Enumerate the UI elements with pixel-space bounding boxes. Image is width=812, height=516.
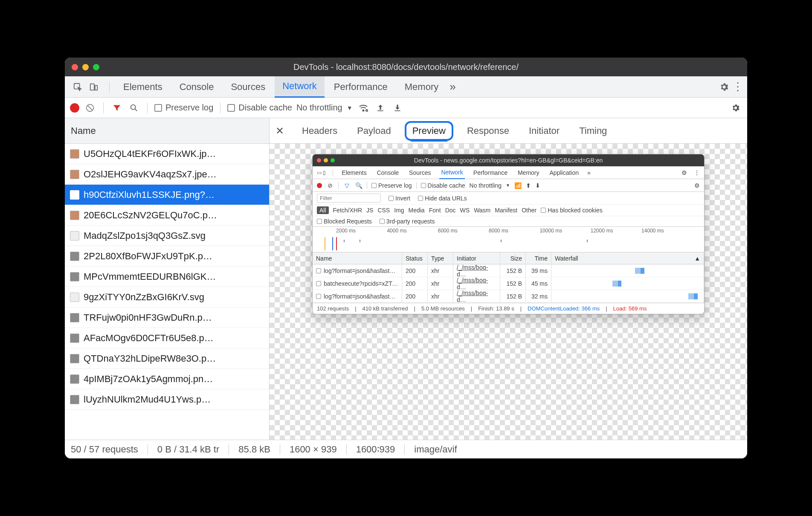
statusbar: 50 / 57 requests 0 B / 31.4 kB tr 85.8 k… <box>65 440 747 458</box>
network-toolbar: Preserve log Disable cache No throttling… <box>65 98 747 118</box>
filter-input <box>317 194 381 203</box>
preserve-log-checkbox[interactable]: Preserve log <box>154 103 213 113</box>
status-mime: image/avif <box>414 444 457 455</box>
nested-tab-elements: Elements <box>340 166 368 179</box>
request-name: QTDnaY32hLDipeRW8e3O.p… <box>84 353 216 364</box>
tab-console[interactable]: Console <box>172 76 222 98</box>
detail-tab-initiator[interactable]: Initiator <box>523 123 566 139</box>
request-list-header: Name <box>65 118 269 144</box>
type-filter: Doc <box>445 207 456 214</box>
request-name: 2P2L80XfBoFWJFxU9TpK.p… <box>84 251 212 262</box>
search-icon[interactable] <box>128 101 140 114</box>
svg-rect-2 <box>95 85 98 90</box>
request-list[interactable]: U5OHzQL4tEKFr6OFIxWK.jp…O2slJEHG9avKV4aq… <box>65 144 269 440</box>
request-detail-panel: ✕ HeadersPayloadPreviewResponseInitiator… <box>270 118 747 440</box>
kebab-menu-icon[interactable]: ⋮ <box>732 81 744 93</box>
download-icon[interactable] <box>391 101 404 114</box>
type-filter: Img <box>394 207 404 214</box>
preserve-log-checkbox: Preserve log <box>371 182 412 189</box>
table-row: log?format=json&hasfast=true200xhr/_/mss… <box>313 290 704 303</box>
upload-icon: ⬆ <box>526 182 531 189</box>
file-icon <box>70 333 79 343</box>
table-row[interactable]: lUyzhNUlkm2Mud4U1Yws.p… <box>65 389 269 410</box>
file-icon <box>70 395 79 404</box>
request-name: 9gzXiTYY0nZzBxGI6KrV.svg <box>84 292 204 303</box>
gear-icon[interactable] <box>718 81 730 93</box>
request-name: U5OHzQL4tEKFr6OFIxWK.jp… <box>84 148 216 159</box>
table-row[interactable]: 4pIMBj7zOAk1y5Agmmoj.pn… <box>65 369 269 389</box>
throttling-select: No throttling <box>470 182 502 189</box>
table-row[interactable]: h90CtfziXluvh1LSSKJE.png?… <box>65 185 269 205</box>
tab-elements[interactable]: Elements <box>116 76 170 98</box>
clear-icon[interactable] <box>84 101 96 114</box>
tab-memory[interactable]: Memory <box>397 76 446 98</box>
table-row[interactable]: MPcVmmemtEEDURBN6lGK… <box>65 267 269 287</box>
table-row[interactable]: 20E6CLcSzNV2GELQu7oC.p… <box>65 205 269 226</box>
request-name: 20E6CLcSzNV2GELQu7oC.p… <box>84 210 217 221</box>
upload-icon[interactable] <box>374 101 387 114</box>
record-icon[interactable] <box>70 103 79 113</box>
gear-icon: ⚙ <box>694 182 700 189</box>
maximize-icon[interactable] <box>93 64 99 70</box>
panel-tabs: ElementsConsoleSourcesNetworkPerformance… <box>65 76 747 98</box>
detail-tab-response[interactable]: Response <box>461 123 515 139</box>
tab-sources[interactable]: Sources <box>223 76 273 98</box>
request-name: AFacMOgv6D0CFTr6U5e8.p… <box>84 333 214 344</box>
sort-icon: ▲ <box>694 255 700 262</box>
more-tabs-icon[interactable]: » <box>450 80 455 93</box>
nested-statusbar: 102 requests| 410 kB transferred| 5.0 MB… <box>313 303 704 314</box>
more-tabs-icon: » <box>587 169 591 176</box>
type-filter: All <box>317 206 329 214</box>
request-name: O2slJEHG9avKV4aqzSx7.jpe… <box>84 169 217 180</box>
inspect-icon[interactable] <box>72 81 84 93</box>
download-icon: ⬇ <box>535 182 540 189</box>
device-toggle-icon[interactable] <box>88 81 100 93</box>
disable-cache-checkbox[interactable]: Disable cache <box>227 103 292 113</box>
table-row[interactable]: U5OHzQL4tEKFr6OFIxWK.jp… <box>65 144 269 164</box>
detail-tab-payload[interactable]: Payload <box>351 123 397 139</box>
table-row[interactable]: AFacMOgv6D0CFTr6U5e8.p… <box>65 328 269 348</box>
tab-performance[interactable]: Performance <box>326 76 395 98</box>
table-row[interactable]: O2slJEHG9avKV4aqzSx7.jpe… <box>65 164 269 185</box>
minimize-icon[interactable] <box>82 64 89 70</box>
table-row[interactable]: QTDnaY32hLDipeRW8e3O.p… <box>65 348 269 369</box>
nested-tab-console: Console <box>375 166 400 179</box>
svg-point-4 <box>131 104 136 109</box>
nested-tab-performance: Performance <box>472 166 509 179</box>
request-name: MPcVmmemtEEDURBN6lGK… <box>84 271 216 282</box>
kebab-menu-icon: ⋮ <box>694 169 700 176</box>
file-icon <box>70 231 79 241</box>
detail-tab-timing[interactable]: Timing <box>573 123 613 139</box>
tab-network[interactable]: Network <box>275 76 325 98</box>
detail-tab-preview[interactable]: Preview <box>405 121 453 141</box>
devtools-window: DevTools - localhost:8080/docs/devtools/… <box>65 58 747 458</box>
table-row: batchexecute?rpcids=xZTw…200xhr/_/mss/bo… <box>313 277 704 290</box>
type-filter: Wasm <box>474 207 490 214</box>
type-filter: WS <box>460 207 470 214</box>
file-icon <box>70 170 79 179</box>
detail-tab-headers[interactable]: Headers <box>296 123 343 139</box>
table-row[interactable]: 2P2L80XfBoFWJFxU9TpK.p… <box>65 246 269 267</box>
chevron-down-icon[interactable]: ▼ <box>347 104 353 111</box>
request-name: TRFujw0pi0nHF3GwDuRn.p… <box>84 312 212 323</box>
type-filter: Media <box>409 207 425 214</box>
close-icon[interactable] <box>72 64 78 70</box>
svg-point-5 <box>362 110 364 111</box>
filter-icon[interactable] <box>110 101 123 114</box>
wifi-icon[interactable] <box>357 101 370 114</box>
status-transferred: 0 B / 31.4 kB tr <box>157 444 220 455</box>
gear-icon[interactable] <box>729 101 742 114</box>
close-icon[interactable]: ✕ <box>276 125 288 137</box>
table-row[interactable]: MadqZslZpo1sj3qQ3GsZ.svg <box>65 226 269 246</box>
throttling-select[interactable]: No throttling <box>296 103 342 113</box>
record-icon <box>317 183 322 188</box>
disable-cache-checkbox: Disable cache <box>421 182 465 189</box>
search-icon: 🔍 <box>355 182 362 189</box>
svg-rect-8 <box>394 110 400 111</box>
file-icon <box>70 211 79 220</box>
request-name: 4pIMBj7zOAk1y5Agmmoj.pn… <box>84 374 213 385</box>
table-row[interactable]: 9gzXiTYY0nZzBxGI6KrV.svg <box>65 287 269 307</box>
type-filter: Fetch/XHR <box>333 207 362 214</box>
traffic-lights <box>72 64 99 70</box>
table-row[interactable]: TRFujw0pi0nHF3GwDuRn.p… <box>65 307 269 328</box>
